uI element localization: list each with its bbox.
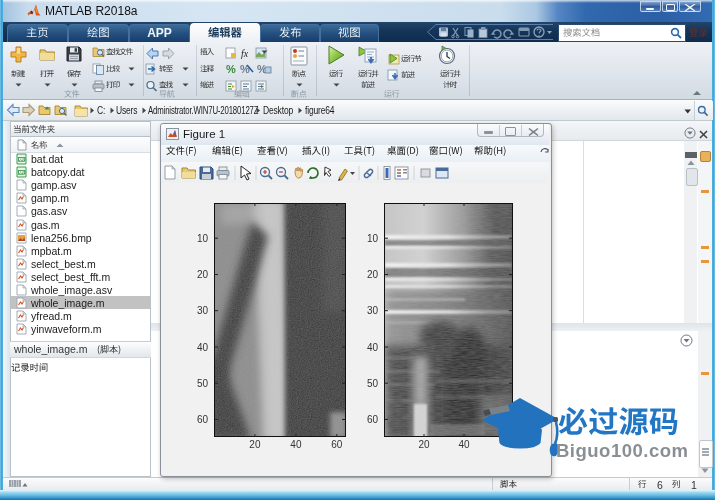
svg-text:20: 20 (418, 439, 430, 450)
svg-text:010: 010 (18, 157, 26, 162)
svg-text:50: 50 (367, 378, 379, 389)
svg-text:fx: fx (241, 48, 249, 59)
svg-text:40: 40 (197, 342, 209, 353)
svg-text:60: 60 (331, 439, 343, 450)
svg-text:30: 30 (197, 305, 209, 316)
svg-text:40: 40 (367, 342, 379, 353)
svg-text:50: 50 (197, 378, 209, 389)
svg-text:30: 30 (367, 305, 379, 316)
svg-text:%: % (240, 63, 250, 75)
svg-text:60: 60 (367, 414, 379, 425)
svg-text:40: 40 (458, 439, 470, 450)
svg-text:10: 10 (197, 233, 209, 244)
svg-text:60: 60 (197, 414, 209, 425)
svg-text:20: 20 (367, 269, 379, 280)
svg-text:010: 010 (18, 170, 26, 175)
svg-text:20: 20 (249, 439, 261, 450)
svg-text:20: 20 (197, 269, 209, 280)
svg-text:40: 40 (290, 439, 302, 450)
svg-text:10: 10 (367, 233, 379, 244)
svg-text:%: % (226, 63, 236, 75)
